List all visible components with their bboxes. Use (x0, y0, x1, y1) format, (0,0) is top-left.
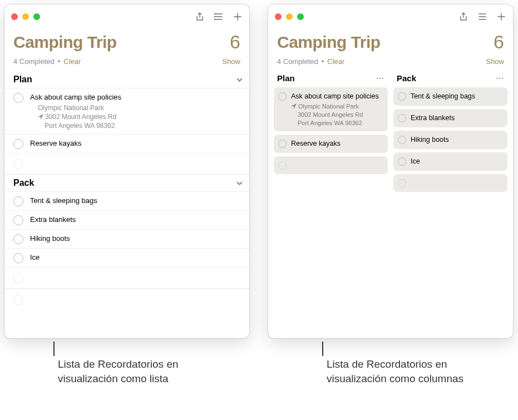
traffic-lights (11, 13, 40, 20)
show-button[interactable]: Show (222, 57, 240, 66)
column-header-pack[interactable]: Pack ··· (393, 71, 507, 87)
reminder-row[interactable]: Extra blankets (4, 210, 249, 229)
completion-radio[interactable] (398, 136, 406, 144)
new-reminder-radio[interactable] (13, 295, 23, 305)
new-reminder-card[interactable] (274, 156, 388, 174)
section-header-plan[interactable]: Plan (4, 71, 249, 88)
zoom-window-button[interactable] (297, 13, 304, 20)
reminder-title: Reserve kayaks (30, 139, 241, 149)
completion-radio[interactable] (278, 92, 287, 101)
reminder-card[interactable]: Hiking boots (393, 131, 507, 149)
reminder-card[interactable]: Tent & sleeping bags (393, 87, 507, 106)
status-row: 4 Completed • Clear Show (4, 55, 249, 71)
list-view-icon[interactable] (477, 12, 487, 22)
close-window-button[interactable] (11, 13, 18, 20)
completion-radio[interactable] (13, 215, 23, 225)
reminder-title: Ask about camp site policies (30, 92, 241, 102)
reminder-row[interactable]: Tent & sleeping bags (4, 191, 249, 210)
share-icon[interactable] (195, 12, 205, 22)
completion-radio[interactable] (13, 93, 23, 103)
reminder-card[interactable]: Ice (393, 152, 507, 171)
column-title: Plan (277, 73, 295, 83)
reminder-location: Olympic National Park 3002 Mount Angeles… (30, 103, 241, 131)
clear-button[interactable]: Clear (63, 57, 81, 66)
completed-count: 4 Completed (13, 57, 55, 66)
column-title: Pack (397, 73, 416, 83)
column-pack: Pack ··· Tent & sleeping bags Extra blan… (393, 71, 507, 333)
completion-radio[interactable] (13, 139, 23, 149)
reminder-title: Ask about camp site policies (291, 92, 382, 101)
new-reminder-radio[interactable] (398, 179, 406, 187)
reminder-title: Ice (30, 253, 241, 263)
list-header: Camping Trip 6 (268, 29, 513, 55)
reminders-window-list-view: Camping Trip 6 4 Completed • Clear Show … (4, 4, 249, 338)
completion-radio[interactable] (13, 253, 23, 263)
minimize-window-button[interactable] (286, 13, 293, 20)
close-window-button[interactable] (275, 13, 282, 20)
chevron-down-icon[interactable] (235, 179, 244, 187)
completion-radio[interactable] (398, 157, 406, 166)
reminder-card[interactable]: Reserve kayaks (274, 135, 388, 153)
more-icon[interactable]: ··· (496, 74, 504, 83)
reminder-row[interactable]: Reserve kayaks (4, 134, 249, 153)
content-columns: Plan ··· Ask about camp site policies Ol… (268, 71, 513, 338)
show-button[interactable]: Show (486, 57, 504, 66)
new-reminder-radio[interactable] (13, 159, 23, 169)
column-plan: Plan ··· Ask about camp site policies Ol… (274, 71, 388, 333)
list-title: Camping Trip (277, 33, 381, 52)
minimize-window-button[interactable] (22, 13, 29, 20)
completion-radio[interactable] (13, 196, 23, 206)
new-reminder-row[interactable] (4, 153, 249, 174)
list-count: 6 (230, 31, 240, 53)
svg-point-0 (215, 14, 215, 14)
reminder-row[interactable]: Hiking boots (4, 229, 249, 248)
window-titlebar (268, 4, 513, 29)
svg-point-2 (215, 19, 215, 20)
reminder-card[interactable]: Ask about camp site policies Olympic Nat… (274, 87, 388, 131)
chevron-down-icon[interactable] (235, 75, 244, 84)
reminder-title: Ice (411, 157, 502, 166)
completed-count: 4 Completed (277, 57, 318, 66)
section-title: Pack (13, 178, 34, 188)
add-reminder-icon[interactable] (233, 12, 243, 22)
reminder-title: Reserve kayaks (291, 139, 382, 149)
new-reminder-row[interactable] (4, 267, 249, 288)
zoom-window-button[interactable] (33, 13, 40, 20)
reminders-window-column-view: Camping Trip 6 4 Completed • Clear Show … (268, 4, 513, 338)
new-reminder-card[interactable] (393, 174, 507, 192)
section-header-pack[interactable]: Pack (4, 174, 249, 191)
completion-radio[interactable] (398, 92, 406, 101)
new-section-row[interactable] (4, 288, 249, 310)
list-view-icon[interactable] (214, 12, 224, 22)
reminder-title: Extra blankets (411, 113, 502, 123)
more-icon[interactable]: ··· (376, 74, 384, 83)
window-titlebar (4, 4, 249, 29)
status-row: 4 Completed • Clear Show (268, 55, 513, 71)
reminder-row[interactable]: Ice (4, 248, 249, 267)
new-reminder-radio[interactable] (13, 273, 23, 283)
caption-right: Lista de Recordatorios en visualización … (327, 357, 494, 386)
traffic-lights (275, 13, 304, 20)
add-reminder-icon[interactable] (496, 12, 506, 22)
list-header: Camping Trip 6 (4, 29, 249, 55)
share-icon[interactable] (458, 12, 468, 22)
clear-button[interactable]: Clear (327, 57, 344, 66)
reminder-card[interactable]: Extra blankets (393, 109, 507, 127)
reminder-title: Extra blankets (30, 215, 241, 225)
svg-point-1 (215, 17, 215, 17)
reminder-row[interactable]: Ask about camp site policies Olympic Nat… (4, 88, 249, 134)
completion-radio[interactable] (398, 114, 406, 122)
location-arrow-icon (291, 103, 297, 111)
column-header-plan[interactable]: Plan ··· (274, 71, 388, 87)
list-count: 6 (494, 31, 504, 53)
callout-line (53, 342, 55, 356)
callout-line (322, 342, 323, 356)
reminder-title: Tent & sleeping bags (411, 92, 502, 101)
new-reminder-radio[interactable] (278, 161, 287, 170)
reminder-location: Olympic National Park 3002 Mount Angeles… (291, 102, 382, 127)
completion-radio[interactable] (278, 140, 287, 148)
location-arrow-icon (38, 113, 43, 122)
completion-radio[interactable] (13, 234, 23, 244)
list-title: Camping Trip (13, 33, 117, 52)
section-title: Plan (13, 75, 32, 85)
